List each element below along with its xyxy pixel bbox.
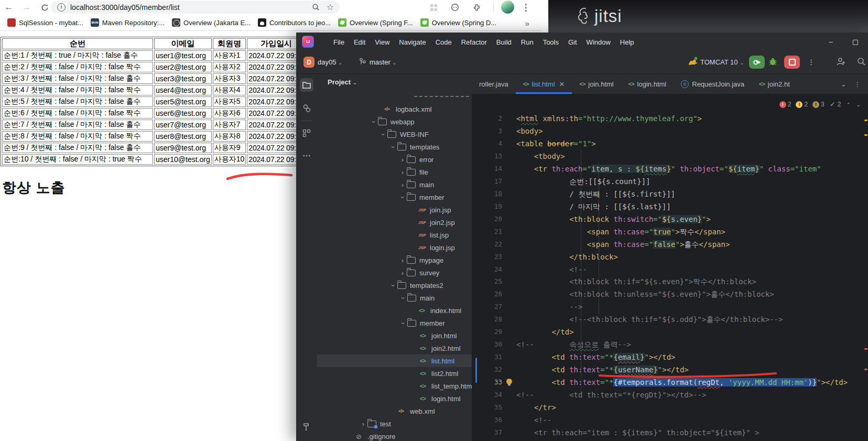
tab-RequestJoin-java[interactable]: CRequestJoin.java [674, 74, 752, 94]
more-tools-icon[interactable]: ⋯ [300, 148, 313, 162]
menu-window[interactable]: Window [582, 38, 615, 46]
browser-menu-ic[interactable]: ⋮ [520, 2, 531, 13]
tree-item-WEB-INF[interactable]: ›WEB-INF [317, 128, 472, 141]
chevron-down-icon[interactable]: › [370, 117, 378, 126]
profile-circle-icon[interactable] [449, 2, 461, 13]
chevron-down-icon[interactable]: › [399, 319, 407, 327]
tree-item--gitignore[interactable]: ⊘.gitignore [317, 430, 472, 441]
tree-item-join2-html[interactable]: <>join2.html [317, 342, 472, 354]
tree-item-survey[interactable]: ›survey [317, 266, 472, 279]
tab-close-icon[interactable]: ✕ [559, 80, 565, 88]
tree-item-login-html[interactable]: <>login.html [317, 392, 472, 405]
tree-item-mypage[interactable]: ›mypage [317, 254, 472, 266]
chevron-right-icon[interactable]: › [398, 256, 407, 264]
tree-item-index-html[interactable]: <>index.html [317, 304, 472, 317]
chevron-right-icon[interactable]: › [398, 156, 407, 164]
chevron-right-icon[interactable]: › [398, 181, 407, 189]
branch-selector[interactable]: master ⌄ [370, 58, 397, 66]
address-bar[interactable]: i localhost:3000/day05/member/list ☆ [51, 1, 340, 14]
menu-view[interactable]: View [370, 38, 394, 46]
bookmarks-overflow-icon[interactable]: » [525, 19, 529, 28]
tree-item-join-jsp[interactable]: JSPjoin.jsp [317, 203, 472, 216]
menu-edit[interactable]: Edit [349, 38, 370, 46]
reload-icon[interactable] [39, 2, 50, 13]
stripe-warning-tick[interactable] [864, 134, 867, 136]
menu-run[interactable]: Run [516, 38, 538, 46]
menu-file[interactable]: File [329, 38, 349, 46]
project-badge[interactable]: D [303, 57, 314, 68]
tab-login-html[interactable]: <>login.html [621, 74, 674, 94]
back-icon[interactable]: ← [3, 2, 15, 13]
run-widget-more-icon[interactable]: ⋮ [808, 58, 815, 66]
browser-avatar[interactable] [501, 1, 514, 14]
tree-item-list-jsp[interactable]: JSPlist.jsp [317, 229, 472, 241]
tab-more-icon[interactable]: ⋮ [854, 80, 861, 88]
structure-tool-icon[interactable] [300, 126, 313, 140]
tree-item-join2-jsp[interactable]: JSPjoin2.jsp [317, 216, 472, 229]
menu-refactor[interactable]: Refactor [457, 38, 492, 46]
menu-git[interactable]: Git [563, 38, 582, 46]
bookmark-item[interactable]: SqlSession - mybat... [7, 18, 83, 27]
maximize-button[interactable]: ▢ [844, 33, 867, 50]
tree-item-login-jsp[interactable]: JSPlogin.jsp [317, 241, 472, 254]
chevron-right-icon[interactable]: › [398, 269, 407, 277]
commit-tool-icon[interactable] [300, 101, 313, 115]
menu-code[interactable]: Code [431, 38, 457, 46]
menu-build[interactable]: Build [492, 38, 516, 46]
stripe-error-tick[interactable] [864, 369, 867, 370]
chevron-down-icon[interactable]: › [389, 281, 397, 289]
tree-item-logback-xml[interactable]: </>logback.xml [317, 103, 472, 115]
tree-item-error[interactable]: ›error [317, 153, 472, 166]
extensions-puzzle-icon[interactable] [471, 2, 482, 13]
project-selector[interactable]: day05 ⌄ [318, 58, 342, 66]
stripe-warning-tick[interactable] [864, 120, 867, 121]
tree-item-test[interactable]: ›test [317, 417, 472, 430]
tree-item-member[interactable]: ›member [317, 191, 472, 203]
tree-item-templates[interactable]: ›templates [317, 141, 472, 153]
chevron-right-icon[interactable]: › [398, 168, 407, 176]
chevron-right-icon[interactable]: › [359, 420, 367, 428]
bookmark-item[interactable]: Overview (Spring D... [420, 18, 497, 27]
site-info-icon[interactable]: i [57, 3, 66, 12]
stop-button[interactable] [784, 56, 800, 69]
build-tool-icon[interactable] [300, 420, 313, 434]
chevron-down-icon[interactable]: › [379, 130, 387, 138]
project-tool-icon[interactable] [300, 78, 313, 92]
bookmark-item[interactable]: Contributors to jeo... [258, 18, 331, 27]
chevron-down-icon[interactable]: › [399, 193, 407, 201]
intention-bulb-icon[interactable] [506, 379, 512, 384]
menu-tools[interactable]: Tools [538, 38, 563, 46]
zoom-icon[interactable] [310, 2, 321, 13]
bookmark-item[interactable]: Overview (Jakarta E... [172, 18, 251, 27]
bookmark-item[interactable]: MVNMaven Repository:... [91, 18, 165, 27]
chevron-down-icon[interactable]: › [389, 143, 397, 151]
extension-slot-icon[interactable] [428, 2, 439, 13]
minimize-button[interactable]: – [819, 33, 842, 50]
tab-join2-ht[interactable]: <>join2.ht [752, 74, 797, 94]
tab-roller-java[interactable]: roller.java [472, 74, 516, 94]
run-config-selector[interactable]: TOMCAT 10 ⌄ [700, 58, 744, 66]
tree-item-file[interactable]: ›file [317, 166, 472, 178]
rerun-button[interactable]: ⟳▶ [749, 56, 765, 69]
chevron-down-icon[interactable]: › [399, 294, 407, 302]
tree-item-templates2[interactable]: ›templates2 [317, 279, 472, 292]
tree-item-list-html[interactable]: <>list.html [317, 354, 472, 367]
tree-item-join-html[interactable]: <>join.html [317, 329, 472, 342]
git-branch-icon[interactable] [359, 58, 366, 66]
tab-list-html[interactable]: <>list.html✕ [516, 74, 572, 94]
debug-icon[interactable] [768, 57, 777, 66]
add-user-icon[interactable] [836, 57, 845, 66]
url-text[interactable]: localhost:3000/day05/member/list [70, 3, 310, 12]
tree-item-web-xml[interactable]: </>web.xml [317, 405, 472, 417]
stripe-error-tick[interactable] [864, 348, 867, 350]
forward-icon[interactable]: → [21, 2, 32, 13]
tree-item-webapp[interactable]: ›webapp [317, 115, 472, 128]
tree-item-main[interactable]: ›main [317, 292, 472, 304]
tree-item-member[interactable]: ›member [317, 317, 472, 329]
search-everywhere-icon[interactable] [857, 57, 866, 66]
bookmark-item[interactable]: Overview (Spring F... [338, 18, 413, 27]
tab-join-html[interactable]: <>join.html [572, 74, 621, 94]
tree-item-list2-html[interactable]: <>list2.html [317, 367, 472, 380]
tree-item-list_temp-html[interactable]: <>list_temp.html [317, 380, 472, 392]
code-area[interactable]: 2<html xmlns:th="http://www.thymeleaf.or… [472, 94, 868, 441]
